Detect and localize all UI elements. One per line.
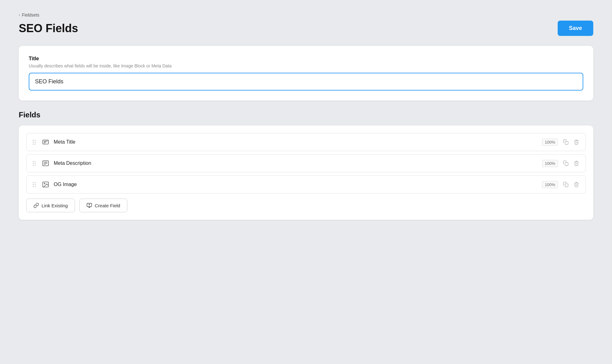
back-chevron-icon: ‹ <box>19 13 20 17</box>
create-field-button[interactable]: Create Field <box>79 199 127 212</box>
drag-handle[interactable] <box>32 182 37 188</box>
link-existing-label: Link Existing <box>42 203 68 208</box>
table-row: OG Image 100% <box>26 175 586 194</box>
link-icon <box>33 203 39 208</box>
delete-button[interactable] <box>572 180 580 189</box>
svg-rect-13 <box>565 184 568 187</box>
field-percent: 100% <box>542 139 558 146</box>
page-header: SEO Fields Save <box>19 21 593 36</box>
text-area-icon <box>41 159 50 168</box>
breadcrumb: ‹ Fieldsets <box>19 12 593 17</box>
fields-section-title: Fields <box>19 111 593 119</box>
copy-button[interactable] <box>562 138 570 146</box>
copy-button[interactable] <box>562 159 570 167</box>
drag-handle[interactable] <box>32 139 37 145</box>
svg-point-12 <box>44 183 45 184</box>
title-field-label: Title <box>29 56 583 61</box>
table-row: Meta Title 100% <box>26 133 586 151</box>
create-field-label: Create Field <box>95 203 120 208</box>
delete-button[interactable] <box>572 138 580 146</box>
image-icon <box>41 180 50 189</box>
field-percent: 100% <box>542 181 558 188</box>
link-existing-button[interactable]: Link Existing <box>26 199 75 212</box>
text-display-icon <box>41 138 50 146</box>
svg-rect-4 <box>47 140 48 142</box>
title-field-hint: Usually describes what fields will be in… <box>29 63 583 68</box>
fields-card: Meta Title 100% <box>19 125 593 220</box>
drag-handle[interactable] <box>32 160 37 166</box>
copy-button[interactable] <box>562 180 570 189</box>
save-button[interactable]: Save <box>558 21 593 36</box>
field-name: Meta Description <box>54 160 542 166</box>
field-actions <box>562 138 580 146</box>
fields-section: Fields <box>19 111 593 220</box>
svg-rect-5 <box>565 141 568 145</box>
delete-button[interactable] <box>572 159 580 167</box>
field-actions <box>562 180 580 189</box>
buttons-row: Link Existing Create Field <box>26 199 586 212</box>
svg-rect-10 <box>565 163 568 166</box>
field-percent: 100% <box>542 160 558 167</box>
field-name: Meta Title <box>54 139 542 145</box>
title-card: Title Usually describes what fields will… <box>19 46 593 101</box>
page-title: SEO Fields <box>19 22 78 35</box>
create-field-icon <box>86 203 92 208</box>
table-row: Meta Description 100% <box>26 154 586 172</box>
field-name: OG Image <box>54 182 542 187</box>
breadcrumb-link[interactable]: Fieldsets <box>22 12 39 17</box>
field-actions <box>562 159 580 167</box>
title-input[interactable] <box>29 73 583 91</box>
